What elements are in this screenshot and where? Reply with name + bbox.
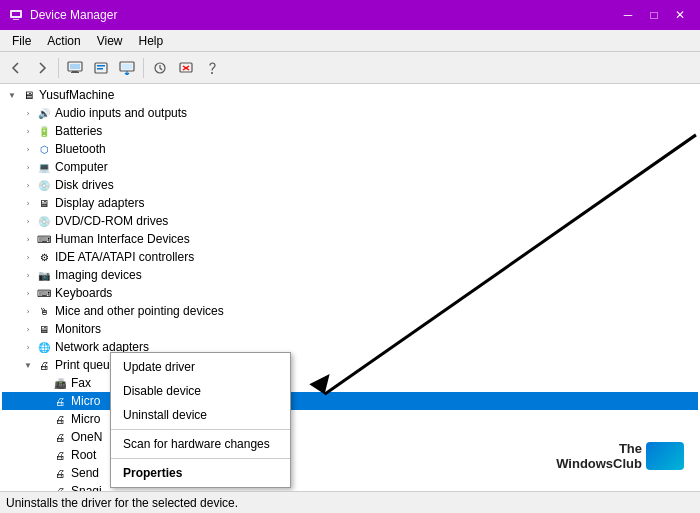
ide-label: IDE ATA/ATAPI controllers [55,250,194,264]
tree-item-mice[interactable]: › Mice and other pointing devices [2,302,698,320]
ctx-separator [111,429,290,430]
menu-view[interactable]: View [89,32,131,50]
tree-item-network[interactable]: › Network adapters [2,338,698,356]
tree-item-dvd[interactable]: › DVD/CD-ROM drives [2,212,698,230]
help-button[interactable] [200,56,224,80]
onem-expand-icon [36,429,52,445]
dvd-expand-icon: › [20,213,36,229]
root2-expand-icon [36,447,52,463]
tree-item-audio[interactable]: › Audio inputs and outputs [2,104,698,122]
bluetooth-expand-icon: › [20,141,36,157]
menu-action[interactable]: Action [39,32,88,50]
send-expand-icon [36,465,52,481]
tree-item-snagi[interactable]: Snagi [2,482,698,491]
hid-expand-icon: › [20,231,36,247]
micro1-expand-icon [36,393,52,409]
tree-item-micro2[interactable]: Micro [2,410,698,428]
computer-button[interactable] [63,56,87,80]
device-tree[interactable]: ▼ YusufMachine › Audio inputs and output… [0,84,700,491]
root-label: YusufMachine [39,88,114,102]
forward-button[interactable] [30,56,54,80]
tree-item-keyboards[interactable]: › Keyboards [2,284,698,302]
bluetooth-label: Bluetooth [55,142,106,156]
svg-rect-4 [70,64,80,69]
tree-item-batteries[interactable]: › Batteries [2,122,698,140]
root-icon [20,87,36,103]
tree-item-bluetooth[interactable]: › Bluetooth [2,140,698,158]
imaging-expand-icon: › [20,267,36,283]
tree-item-micro1[interactable]: Micro [2,392,698,410]
window-controls: ─ □ ✕ [616,5,692,25]
tree-item-send[interactable]: Send [2,464,698,482]
micro2-label: Micro [71,412,100,426]
svg-rect-8 [97,65,105,67]
tree-item-onem[interactable]: OneN [2,428,698,446]
context-menu: Update driver Disable device Uninstall d… [110,352,291,488]
tree-item-display[interactable]: › Display adapters [2,194,698,212]
menu-file[interactable]: File [4,32,39,50]
ctx-scan-hardware[interactable]: Scan for hardware changes [111,432,290,456]
root2-icon [52,447,68,463]
audio-expand-icon: › [20,105,36,121]
svg-rect-5 [72,71,78,72]
monitors-icon [36,321,52,337]
display-icon [36,195,52,211]
back-button[interactable] [4,56,28,80]
ctx-separator-2 [111,458,290,459]
menu-bar: File Action View Help [0,30,700,52]
display-label: Display adapters [55,196,144,210]
onem-label: OneN [71,430,102,444]
svg-point-16 [211,72,213,74]
mice-label: Mice and other pointing devices [55,304,224,318]
ctx-disable-device[interactable]: Disable device [111,379,290,403]
tree-item-hid[interactable]: › Human Interface Devices [2,230,698,248]
tree-item-ide[interactable]: › IDE ATA/ATAPI controllers [2,248,698,266]
computer-label: Computer [55,160,108,174]
svg-rect-9 [97,68,103,70]
menu-help[interactable]: Help [131,32,172,50]
tree-item-computer[interactable]: › Computer [2,158,698,176]
disk-label: Disk drives [55,178,114,192]
status-bar: Uninstalls the driver for the selected d… [0,491,700,513]
ctx-uninstall-device[interactable]: Uninstall device [111,403,290,427]
snagi-label: Snagi [71,484,102,491]
tree-item-monitors[interactable]: › Monitors [2,320,698,338]
tree-root[interactable]: ▼ YusufMachine [2,86,698,104]
tree-item-disk[interactable]: › Disk drives [2,176,698,194]
disk-expand-icon: › [20,177,36,193]
send-label: Send [71,466,99,480]
properties-toolbar-button[interactable] [89,56,113,80]
ctx-properties[interactable]: Properties [111,461,290,485]
tree-item-printq[interactable]: ▼ Print queues [2,356,698,374]
hid-icon [36,231,52,247]
tree-item-imaging[interactable]: › Imaging devices [2,266,698,284]
minimize-button[interactable]: ─ [616,5,640,25]
batteries-expand-icon: › [20,123,36,139]
maximize-button[interactable]: □ [642,5,666,25]
printq-expand-icon: ▼ [20,357,36,373]
root-expand-icon: ▼ [4,87,20,103]
send-icon [52,465,68,481]
snagi-icon [52,483,68,491]
main-container: ▼ YusufMachine › Audio inputs and output… [0,84,700,491]
monitors-label: Monitors [55,322,101,336]
scan-hardware-button[interactable] [148,56,172,80]
close-button[interactable]: ✕ [668,5,692,25]
update-driver-button[interactable] [115,56,139,80]
network-expand-icon: › [20,339,36,355]
display-expand-icon: › [20,195,36,211]
audio-label: Audio inputs and outputs [55,106,187,120]
micro2-icon [52,411,68,427]
remove-device-button[interactable] [174,56,198,80]
printq-icon [36,357,52,373]
ide-expand-icon: › [20,249,36,265]
computer-expand-icon: › [20,159,36,175]
keyboards-expand-icon: › [20,285,36,301]
tree-item-root[interactable]: Root [2,446,698,464]
svg-rect-2 [13,19,19,20]
imaging-label: Imaging devices [55,268,142,282]
network-icon [36,339,52,355]
imaging-icon [36,267,52,283]
tree-item-fax[interactable]: Fax [2,374,698,392]
ctx-update-driver[interactable]: Update driver [111,355,290,379]
